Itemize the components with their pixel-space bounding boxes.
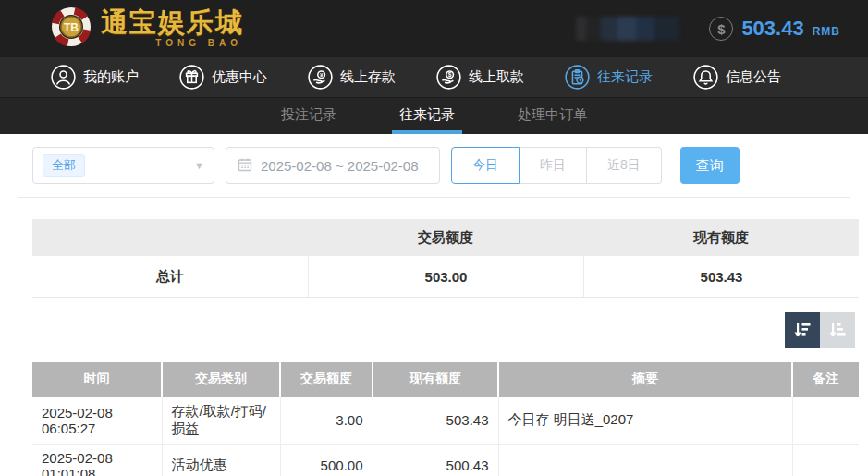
top-header: TB 通宝娱乐城 TONG BAO $ 503.43 RMB [0,0,868,57]
col-header-current-amount: 现有额度 [373,362,498,397]
chevron-down-icon: ▼ [194,160,204,171]
main-nav: 我的账户 优惠中心 ¥ [0,57,868,97]
summary-header-transaction-amount: 交易额度 [308,219,583,256]
sort-asc-icon[interactable] [820,312,855,348]
nav-item-label: 往来记录 [597,68,653,86]
table-row: 2025-02-08 01:01:08 活动优惠 500.00 500.43 [32,444,859,476]
col-header-summary: 摘要 [498,362,792,397]
nav-item-deposit[interactable]: ¥ 线上存款 [308,65,396,90]
balance-currency: RMB [813,25,840,38]
nav-item-label: 线上存款 [340,68,396,86]
today-button[interactable]: 今日 [451,147,520,184]
subtab-bar: 投注记录 往来记录 处理中订单 [0,97,868,134]
brand-name-en: TONG BAO [101,38,244,48]
bell-icon [693,65,718,90]
cell-time: 2025-02-08 01:01:08 [32,444,162,476]
summary-header-current-amount: 现有额度 [583,219,859,256]
summary-header-blank [32,219,308,256]
nav-item-label: 优惠中心 [212,68,267,86]
cell-summary: 今日存 明日送_0207 [498,397,792,444]
nav-item-promotions[interactable]: 优惠中心 [179,65,267,90]
calendar-icon [238,157,252,175]
cell-transaction-amount: 3.00 [280,397,373,444]
col-header-remark: 备注 [792,362,859,397]
date-range-input[interactable]: 2025-02-08 ~ 2025-02-08 [226,147,440,184]
nav-item-withdraw[interactable]: $ 线上取款 [436,65,524,90]
summary-table-header: 交易额度 现有额度 [32,219,859,256]
transaction-records-page: TB 通宝娱乐城 TONG BAO $ 503.43 RMB [0,0,868,476]
summary-table: 交易额度 现有额度 总计 503.00 503.43 [32,219,859,298]
section-divider [18,197,850,198]
quick-date-buttons: 今日 昨日 近8日 [451,147,662,184]
header-right: $ 503.43 RMB [576,17,840,41]
cell-current-amount: 503.43 [373,397,498,444]
col-header-time: 时间 [32,362,162,397]
summary-transaction-amount: 503.00 [308,256,583,297]
cell-summary [498,444,792,476]
withdraw-icon: $ [436,65,461,90]
tab-pending-orders[interactable]: 处理中订单 [510,98,594,134]
nav-item-label: 线上取款 [469,68,524,86]
brand-name-cn: 通宝娱乐城 [101,9,244,36]
nav-item-announcements[interactable]: 信息公告 [693,65,781,90]
type-select-dropdown[interactable]: 全部 ▼ [32,147,214,184]
cell-remark [792,444,859,476]
summary-total-row: 总计 503.00 503.43 [32,256,859,298]
sort-controls [0,312,855,348]
cell-transaction-type: 存款/取款/打码/损益 [162,397,280,444]
tab-bet-records[interactable]: 投注记录 [274,98,344,134]
svg-text:¥: ¥ [320,71,324,78]
search-button[interactable]: 查询 [680,147,740,184]
cell-current-amount: 500.43 [373,444,498,476]
brand-text: 通宝娱乐城 TONG BAO [101,9,244,48]
table-row: 2025-02-08 06:05:27 存款/取款/打码/损益 3.00 503… [32,397,859,444]
last-8-days-button[interactable]: 近8日 [587,147,662,184]
nav-item-my-account[interactable]: 我的账户 [51,65,139,90]
cell-remark [792,397,859,444]
user-icon [51,65,76,90]
date-range-value: 2025-02-08 ~ 2025-02-08 [261,158,419,174]
nav-item-label: 信息公告 [726,68,781,86]
nav-item-records[interactable]: 往来记录 [565,65,653,90]
nav-item-label: 我的账户 [83,68,139,86]
cell-time: 2025-02-08 06:05:27 [32,397,162,444]
balance-amount: 503.43 [741,17,803,41]
yesterday-button[interactable]: 昨日 [520,147,587,184]
cell-transaction-amount: 500.00 [280,444,373,476]
sort-desc-icon[interactable] [785,312,820,348]
summary-current-amount: 503.43 [583,256,859,297]
cell-transaction-type: 活动优惠 [162,444,280,476]
balance-display[interactable]: $ 503.43 RMB [709,17,840,41]
col-header-transaction-amount: 交易额度 [280,362,373,397]
casino-chip-icon: TB [51,6,92,51]
username-redacted [576,17,679,41]
transactions-table: 时间 交易类别 交易额度 现有额度 摘要 备注 2025-02-08 06:05… [32,362,859,476]
deposit-icon: ¥ [308,65,333,90]
brand-logo[interactable]: TB 通宝娱乐城 TONG BAO [51,6,244,51]
svg-text:TB: TB [64,21,79,34]
gift-icon [179,65,204,90]
selected-type-tag: 全部 [43,154,85,177]
tab-transaction-records[interactable]: 往来记录 [392,98,462,134]
filter-row: 全部 ▼ 2025-02-08 ~ 2025-02-08 今日 昨日 近8日 查… [32,147,868,184]
table-header-row: 时间 交易类别 交易额度 现有额度 摘要 备注 [32,362,859,397]
records-icon [565,65,590,90]
svg-text:$: $ [448,71,452,79]
dollar-icon: $ [709,17,733,41]
summary-total-label: 总计 [32,256,308,297]
col-header-transaction-type: 交易类别 [162,362,280,397]
